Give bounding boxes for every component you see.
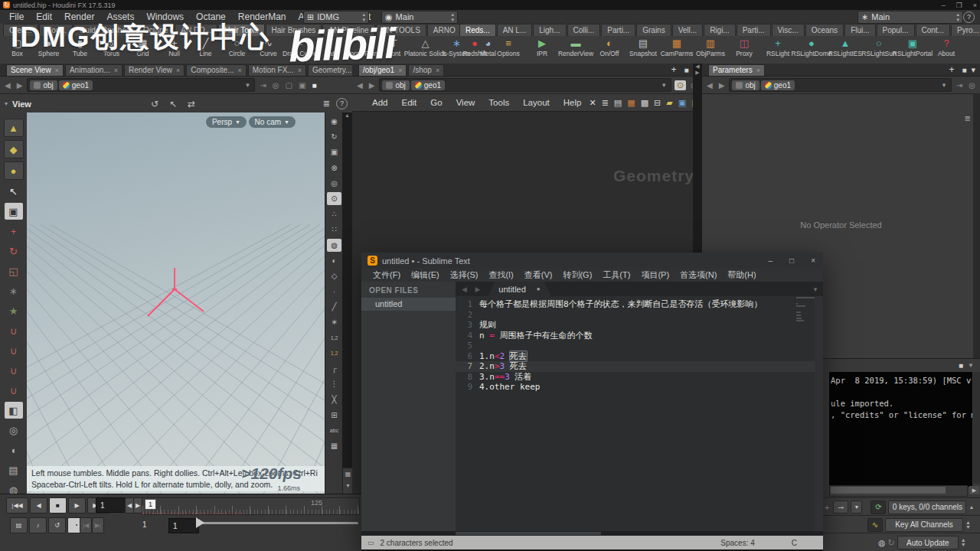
view-snapshot-icon[interactable]: ▦ — [327, 439, 341, 452]
pane-menu-icon[interactable]: ▼ — [968, 362, 974, 369]
playhead-marker[interactable]: 1 — [145, 499, 156, 510]
shelf-tab[interactable]: Octane — [137, 24, 174, 36]
code-line[interactable]: 94.other keep — [456, 382, 823, 393]
back-icon[interactable]: ◀ — [705, 81, 714, 90]
shelf-tool-spray-paint[interactable]: ∴Spray Paint — [347, 37, 378, 57]
shelf-tool-circle[interactable]: ○Circle — [221, 37, 253, 57]
snap-multi-icon[interactable]: ∪ — [5, 382, 23, 399]
shelf-tab[interactable]: Grains — [636, 24, 671, 36]
close-tab-icon[interactable]: × — [237, 65, 241, 76]
shelf-tab[interactable]: Mod... — [39, 24, 73, 36]
viewport-scroll-strip[interactable]: ▲ — [342, 112, 352, 494]
shelf-tab[interactable]: Vell... — [672, 24, 703, 36]
cube-icon[interactable]: ▢ — [284, 81, 294, 90]
shelf-tool-rslighties[interactable]: ▲RSLightIES — [828, 37, 862, 57]
shelf-tool-platonic-solids[interactable]: △Platonic Solids — [410, 37, 441, 57]
forward-icon[interactable]: ▶ — [717, 81, 727, 90]
shelf-tab[interactable]: Parti... — [737, 24, 771, 36]
minimap[interactable] — [796, 297, 815, 343]
maximize-button[interactable]: □ — [789, 256, 794, 265]
code-line[interactable]: 4n = 周围格子中有生命的个数 — [456, 331, 823, 341]
wrench-icon[interactable]: ✕ — [589, 98, 596, 108]
sublime-titlebar[interactable]: S untitled • - Sublime Text – □ × — [361, 253, 823, 269]
handles-tool-icon[interactable]: ⇄ — [188, 99, 195, 109]
select-mode-components-icon[interactable]: ◆ — [4, 140, 24, 158]
tab-overflow-icon[interactable]: ▼ — [812, 286, 818, 293]
view-corner-icon[interactable]: ┌ — [327, 362, 341, 375]
shelf-tab[interactable]: AN L... — [497, 24, 533, 36]
select-mode-objects-icon[interactable]: ▲ — [4, 119, 24, 137]
select-mode-dynamics-icon[interactable]: ● — [4, 161, 24, 180]
network-menu-add[interactable]: Add — [366, 98, 394, 107]
desktop-selector[interactable]: ⊞ IDMG ▴▾ — [303, 11, 369, 24]
code-editor[interactable]: 1每个格子都是根据周围8个格子的状态，来判断自己是否存活（受环境影响）2 3规则… — [456, 296, 823, 531]
shelf-tool-camparms[interactable]: ▦CamParms — [660, 37, 694, 57]
shelf-tab[interactable]: Guide Brushes — [74, 24, 136, 36]
close-tab-icon[interactable]: × — [298, 65, 302, 76]
code-line[interactable]: 1每个格子都是根据周围8个格子的状态，来判断自己是否存活（受环境影响） — [456, 299, 823, 310]
back-icon[interactable]: ◀ — [355, 81, 364, 90]
view-menu-icon[interactable]: ▾ — [5, 100, 8, 107]
parameters-tab[interactable]: Parameters× — [708, 64, 765, 76]
hscroll-thumb[interactable] — [456, 532, 601, 535]
menu-assets[interactable]: Assets — [100, 10, 140, 24]
shelf-tool-proxy[interactable]: ◫Proxy — [727, 37, 761, 57]
select-arrow-icon[interactable]: ↖ — [169, 99, 177, 109]
shelf-tool-sphere[interactable]: ●Sphere — [33, 37, 64, 57]
shelf-tool-renderview[interactable]: ▬RenderView — [559, 37, 593, 57]
ghost-icon[interactable]: ▣ — [297, 81, 307, 90]
radial-menu-selector[interactable]: ∗ Main ▴▾ — [858, 11, 963, 24]
update-mode-spinner[interactable]: ▲▼ — [961, 538, 966, 547]
view-displayset-icon[interactable]: ◍ — [327, 239, 341, 252]
pin-icon[interactable]: ⇥ — [258, 81, 267, 90]
network-tab[interactable]: /shop× — [408, 64, 444, 76]
list-icon[interactable]: ▤ — [614, 98, 622, 108]
tab-scroll-icons[interactable]: ◀ ▶ — [456, 285, 488, 296]
path-context-chip[interactable]: obj — [382, 80, 409, 90]
keys-expand-icon[interactable]: ▲ — [969, 504, 974, 510]
sublime-menu-编辑(E)[interactable]: 编辑(E) — [406, 269, 445, 281]
shelf-tab[interactable]: Hair Tools — [218, 24, 264, 36]
shelf-tab[interactable]: Colli... — [567, 24, 601, 36]
viewport[interactable]: Persp▼ No cam▼ Left mouse tumbles. Middl… — [27, 112, 325, 494]
shelf-tool-path[interactable]: ∫Path — [315, 37, 347, 57]
code-line[interactable]: 83.n==3 活着 — [456, 372, 823, 383]
shelf-tab[interactable]: AN TOOLS — [376, 24, 426, 36]
scene-tab[interactable]: Motion FX...× — [248, 64, 306, 76]
back-icon[interactable]: ◀ — [3, 81, 12, 90]
link-icon[interactable]: ◎ — [967, 81, 977, 90]
view-lock-icon[interactable]: ▣ — [327, 145, 341, 158]
help-icon[interactable]: ? — [963, 11, 975, 23]
view-axis-icon[interactable]: ╳ — [327, 393, 341, 406]
tab-untitled[interactable]: untitled ● — [488, 282, 550, 296]
color-palette-icon[interactable]: ▦ — [627, 98, 635, 108]
editor-scrollbar[interactable] — [815, 296, 823, 531]
maximize-button[interactable]: ❐ — [956, 2, 962, 9]
shelf-tab[interactable]: Parti... — [601, 24, 635, 36]
snap-point-icon[interactable]: ∪ — [5, 362, 23, 379]
path-context-chip[interactable]: obj — [30, 80, 57, 90]
code-line[interactable]: 2 — [456, 310, 823, 321]
view-lighting-icon[interactable]: ⊙ — [327, 192, 341, 205]
visibility-icon[interactable]: ◎ — [5, 422, 23, 439]
menu-file[interactable]: File — [3, 10, 30, 24]
view-normals-icon[interactable]: ╱ — [327, 300, 341, 313]
shelf-tool-options[interactable]: ≡Options — [492, 37, 525, 57]
key-icon[interactable]: ⊸ — [833, 500, 848, 514]
memory-icon[interactable]: ◍ — [878, 538, 886, 548]
jump-start-button[interactable]: |◀◀ — [6, 497, 28, 514]
scene-tab[interactable]: Scene View× — [6, 64, 64, 76]
close-tab-icon[interactable]: × — [114, 65, 118, 76]
auto-update-selector[interactable]: Auto Update — [897, 536, 959, 549]
scale-tool-icon[interactable]: ◱ — [5, 262, 23, 279]
scoped-channels-icon[interactable]: ⟳ — [871, 500, 886, 514]
link-icon[interactable]: ◎ — [271, 81, 281, 90]
close-tab-icon[interactable]: × — [756, 65, 760, 76]
view-camera-icon[interactable]: ◎ — [327, 177, 341, 190]
translate-tool-icon[interactable]: + — [5, 223, 23, 240]
menu-octane[interactable]: Octane — [190, 10, 232, 24]
tumble-tool-icon[interactable]: ↺ — [151, 99, 158, 109]
character-tool-icon[interactable]: ★ — [5, 302, 23, 319]
network-menu-view[interactable]: View — [450, 98, 482, 107]
lock-icon[interactable]: ▣ — [5, 203, 23, 220]
